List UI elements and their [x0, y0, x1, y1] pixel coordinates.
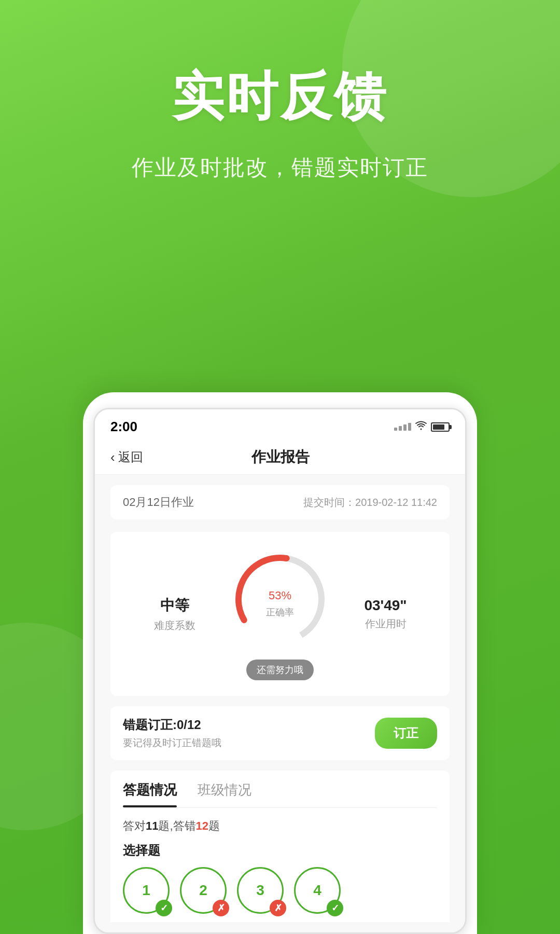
stats-row: 中等 难度系数 [121, 547, 439, 680]
battery-icon [431, 422, 450, 432]
percent-value: 53% [266, 581, 294, 604]
nav-bar: ‹ 返回 作业报告 [95, 440, 465, 475]
error-hint: 要记得及时订正错题哦 [123, 736, 221, 750]
time-value: 03'49" [332, 597, 439, 614]
q-badge-2: ✗ [213, 900, 229, 916]
tabs-header: 答题情况 班级情况 [110, 771, 450, 807]
wifi-icon [415, 421, 427, 433]
back-button[interactable]: ‹ 返回 [110, 449, 143, 465]
report-header: 02月12日作业 提交时间：2019-02-12 11:42 [110, 485, 450, 519]
error-title: 错题订正:0/12 [123, 717, 221, 733]
question-circles: 1 ✓ 2 ✗ 3 ✗ 4 [123, 867, 437, 914]
phone-screen: 2:00 [93, 408, 467, 934]
content-area: 02月12日作业 提交时间：2019-02-12 11:42 中等 难度系数 [95, 475, 465, 932]
percent-label: 正确率 [266, 606, 294, 619]
status-icons [394, 421, 450, 433]
answer-stats-content: 答对11题,答错12题 选择题 1 ✓ 2 ✗ [110, 808, 450, 922]
phone-mockup: 2:00 [83, 392, 477, 934]
tabs-section: 答题情况 班级情况 答对11题,答错12题 选择题 [110, 771, 450, 922]
difficulty-stat: 中等 难度系数 [121, 596, 228, 633]
page-title: 作业报告 [143, 447, 418, 467]
question-circle-1: 1 ✓ [123, 867, 170, 914]
status-bar: 2:00 [95, 409, 465, 440]
signal-icon [394, 423, 411, 431]
q-badge-1: ✓ [156, 900, 172, 916]
hero-title: 实时反馈 [0, 62, 560, 132]
q-badge-4: ✓ [327, 900, 343, 916]
back-label: 返回 [118, 449, 143, 465]
q-badge-3: ✗ [270, 900, 286, 916]
error-info: 错题订正:0/12 要记得及时订正错题哦 [123, 717, 221, 750]
progress-inner: 53% 正确率 [266, 581, 294, 619]
hero-section: 实时反馈 作业及时批改，错题实时订正 [0, 0, 560, 182]
status-time: 2:00 [110, 419, 137, 435]
tab-class-situation[interactable]: 班级情况 [198, 781, 251, 807]
question-circle-2: 2 ✗ [180, 867, 227, 914]
report-date: 02月12日作业 [123, 495, 194, 510]
question-type-label: 选择题 [123, 842, 437, 859]
hero-subtitle: 作业及时批改，错题实时订正 [0, 153, 560, 182]
phone-card: 2:00 [83, 392, 477, 934]
back-arrow-icon: ‹ [110, 449, 115, 465]
difficulty-label: 难度系数 [121, 619, 228, 633]
correct-button[interactable]: 订正 [375, 718, 437, 749]
difficulty-value: 中等 [121, 596, 228, 615]
question-circle-4: 4 ✓ [294, 867, 341, 914]
circular-progress-area: 53% 正确率 还需努力哦 [228, 547, 332, 680]
report-submit-time: 提交时间：2019-02-12 11:42 [303, 496, 437, 510]
tab-answer-situation[interactable]: 答题情况 [123, 781, 177, 807]
error-correction-section: 错题订正:0/12 要记得及时订正错题哦 订正 [110, 706, 450, 760]
stats-section: 中等 难度系数 [110, 532, 450, 696]
answer-summary: 答对11题,答错12题 [123, 818, 437, 834]
circular-progress: 53% 正确率 [228, 547, 332, 651]
question-circle-3: 3 ✗ [237, 867, 284, 914]
